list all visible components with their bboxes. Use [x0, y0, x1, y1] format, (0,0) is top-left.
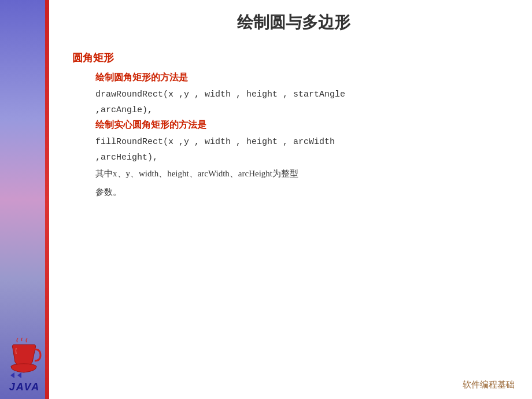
- code-line-4: ,arcHeight),: [95, 152, 515, 165]
- section-heading: 圆角矩形: [72, 51, 515, 65]
- sub-heading-1: 绘制圆角矩形的方法是: [95, 72, 515, 84]
- description-line-2: 参数。: [95, 185, 515, 199]
- svg-marker-2: [17, 372, 21, 378]
- main-content: 绘制圆与多边形 圆角矩形 绘制圆角矩形的方法是 drawRoundRect(x …: [49, 0, 532, 399]
- java-label: JAVA: [9, 381, 40, 393]
- svg-marker-1: [10, 372, 14, 378]
- section-rounded-rect: 圆角矩形 绘制圆角矩形的方法是 drawRoundRect(x ,y , wid…: [72, 51, 515, 199]
- left-sidebar: JAVA: [0, 0, 49, 399]
- sidebar-accent: [45, 0, 49, 399]
- code-line-2: ,arcAngle),: [95, 104, 515, 117]
- code-line-3: fillRoundRect(x ,y , width , height , ar…: [95, 136, 515, 149]
- java-mascot-icon: [6, 338, 43, 381]
- page-title: 绘制圆与多边形: [72, 12, 515, 34]
- footer-text: 软件编程基础: [463, 379, 515, 390]
- code-line-1: drawRoundRect(x ,y , width , height , st…: [95, 88, 515, 102]
- description-line-1: 其中x、y、width、height、arcWidth、arcHeight为整型: [95, 167, 515, 180]
- sub-heading-2: 绘制实心圆角矩形的方法是: [95, 119, 515, 131]
